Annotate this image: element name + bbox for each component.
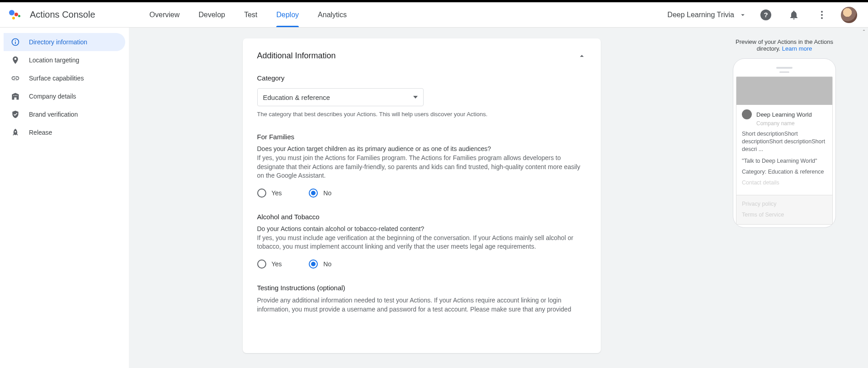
sidebar-item-label: Company details: [29, 93, 76, 100]
preview-short-description: Short descriptionShort descriptionShort …: [742, 130, 827, 153]
company-icon: [11, 92, 20, 101]
preview-caption: Preview of your Actions in the Actions d…: [723, 38, 845, 52]
category-label: Category: [257, 74, 586, 82]
category-helper: The category that best describes your Ac…: [257, 111, 586, 118]
tab-develop[interactable]: Develop: [198, 2, 225, 27]
families-desc: If yes, you must join the Actions for Fa…: [257, 154, 586, 180]
arrow-up-icon: [861, 28, 867, 33]
preview-category: Category: Education & reference: [742, 169, 827, 175]
families-question: Does your Action target children as its …: [257, 145, 586, 152]
sidebar-item-location-targeting[interactable]: Location targeting: [4, 51, 125, 69]
app-title: Actions Console: [30, 9, 95, 20]
link-icon: [11, 74, 20, 83]
alcohol-radio-no[interactable]: No: [309, 259, 331, 269]
families-radio-yes[interactable]: Yes: [257, 189, 282, 198]
project-selector[interactable]: Deep Learning Trivia: [667, 11, 747, 19]
preview-app-name: Deep Learning World: [756, 111, 812, 118]
help-icon: ?: [760, 9, 771, 20]
sidebar-item-label: Location targeting: [29, 57, 79, 64]
more-vert-icon: [821, 11, 823, 19]
project-name: Deep Learning Trivia: [667, 11, 734, 19]
phone-preview: Deep Learning World Company name Short d…: [733, 58, 836, 228]
sidebar-item-label: Brand verification: [29, 111, 78, 118]
sidebar-item-label: Release: [29, 129, 52, 136]
phone-home-icon: [779, 71, 789, 73]
notifications-button[interactable]: [785, 6, 803, 24]
sidebar-item-label: Surface capabilities: [29, 75, 84, 82]
alcohol-title: Alcohol and Tobacco: [257, 213, 586, 221]
preview-company-name: Company name: [756, 120, 827, 127]
top-header: Actions Console Overview Develop Test De…: [0, 2, 868, 28]
tab-analytics[interactable]: Analytics: [318, 2, 347, 27]
collapse-icon[interactable]: [577, 52, 586, 61]
preview-banner: [736, 77, 832, 105]
preview-app-icon: [742, 109, 752, 119]
preview-tos-link: Terms of Service: [742, 212, 827, 218]
preview-learn-more-link[interactable]: Learn more: [782, 45, 812, 52]
alcohol-desc: If yes, you must include age verificatio…: [257, 234, 586, 251]
radio-label: Yes: [272, 260, 282, 268]
assistant-logo-icon: [8, 9, 21, 21]
families-radio-no[interactable]: No: [309, 189, 331, 198]
additional-information-card: Additional Information Category Educatio…: [243, 38, 601, 353]
sidebar-item-brand-verification[interactable]: Brand verification: [4, 105, 125, 123]
preview-contact-details: Contact details: [742, 179, 827, 190]
scroll-up-button[interactable]: [861, 27, 867, 33]
location-icon: [11, 56, 20, 65]
sidebar-item-label: Directory information: [29, 38, 87, 46]
phone-speaker-icon: [776, 67, 793, 69]
help-button[interactable]: ?: [757, 6, 775, 24]
dropdown-icon: [413, 96, 418, 99]
radio-icon: [309, 259, 318, 269]
testing-title: Testing Instructions (optional): [257, 284, 586, 292]
tab-overview[interactable]: Overview: [150, 2, 180, 27]
tab-test[interactable]: Test: [244, 2, 257, 27]
shield-icon: [11, 110, 20, 119]
category-select[interactable]: Education & reference: [257, 88, 424, 106]
account-avatar[interactable]: [841, 7, 857, 23]
radio-label: No: [323, 189, 331, 197]
sidebar-item-release[interactable]: Release: [4, 123, 125, 142]
top-tabs: Overview Develop Test Deploy Analytics: [150, 2, 347, 27]
families-title: For Families: [257, 133, 586, 141]
preview-invocation: "Talk to Deep Learning World": [742, 158, 827, 164]
info-icon: [11, 38, 20, 47]
tab-deploy[interactable]: Deploy: [276, 2, 299, 27]
radio-icon: [257, 189, 266, 198]
more-menu-button[interactable]: [813, 6, 831, 24]
sidebar-item-directory-information[interactable]: Directory information: [4, 33, 125, 51]
sidebar-item-company-details[interactable]: Company details: [4, 87, 125, 105]
chevron-down-icon: [739, 11, 747, 19]
preview-panel: Preview of your Actions in the Actions d…: [714, 28, 868, 368]
radio-icon: [309, 189, 318, 198]
rocket-icon: [11, 128, 20, 137]
radio-label: Yes: [272, 189, 282, 197]
alcohol-question: Do your Actions contain alcohol or tobac…: [257, 225, 586, 232]
sidebar: Directory information Location targeting…: [0, 28, 129, 368]
card-title: Additional Information: [257, 51, 336, 61]
preview-privacy-link: Privacy policy: [742, 201, 827, 207]
testing-desc: Provide any additional information neede…: [257, 296, 586, 314]
category-value: Education & reference: [263, 94, 330, 101]
radio-icon: [257, 259, 266, 269]
alcohol-radio-yes[interactable]: Yes: [257, 259, 282, 269]
radio-label: No: [323, 260, 331, 268]
sidebar-item-surface-capabilities[interactable]: Surface capabilities: [4, 69, 125, 87]
bell-icon: [788, 9, 799, 20]
